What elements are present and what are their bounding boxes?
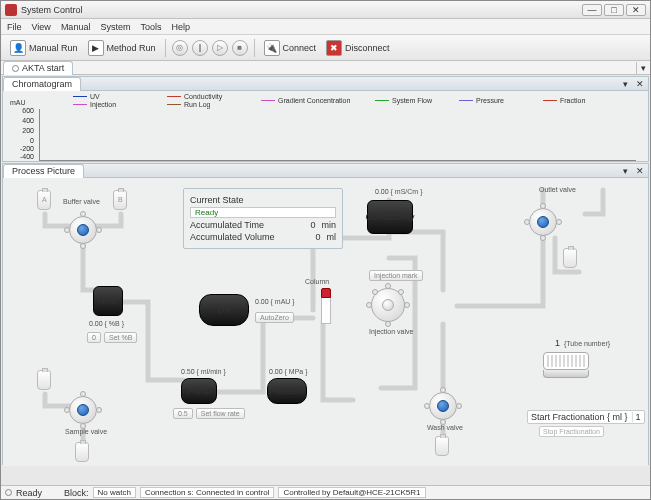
legend-systemflow: System Flow <box>392 97 432 104</box>
pressure-reading: 0.00 { MPa } <box>269 368 308 375</box>
status-ready: Ready <box>16 488 42 498</box>
menu-help[interactable]: Help <box>171 22 190 32</box>
wash-waste-bottle <box>435 436 449 456</box>
status-controlled: Controlled by Default@HCE-21CK5R1 <box>278 487 425 498</box>
y-tick: 0 <box>12 137 34 144</box>
menu-tools[interactable]: Tools <box>140 22 161 32</box>
pressure: Pressure <box>267 378 307 404</box>
titlebar: System Control — □ ✕ <box>1 1 650 19</box>
chromatogram-tab[interactable]: Chromatogram <box>3 77 81 91</box>
chromatogram-close-button[interactable]: ✕ <box>632 79 648 89</box>
connect-icon: 🔌 <box>264 40 280 56</box>
autozero-button[interactable]: AutoZero <box>255 312 294 323</box>
disconnect-button[interactable]: ✖ Disconnect <box>321 37 395 59</box>
chromatogram-legend: UV Injection Conductivity Run Log Gradie… <box>3 91 648 109</box>
chromatogram-pin-button[interactable]: ▾ <box>619 79 632 89</box>
maximize-button[interactable]: □ <box>604 4 624 16</box>
buffer-valve-label: Buffer valve <box>63 198 100 205</box>
status-dot-icon <box>12 65 19 72</box>
sample-bottle <box>37 370 51 390</box>
outlet-valve[interactable] <box>529 208 557 236</box>
mixer-reading: 0.00 { %B } <box>89 320 124 327</box>
y-tick: 200 <box>12 127 34 134</box>
column <box>321 288 331 324</box>
manual-run-button[interactable]: 👤 Manual Run <box>5 37 83 59</box>
hold-button[interactable]: ◎ <box>172 40 188 56</box>
pressure-icon: Pressure <box>267 378 307 404</box>
injection-mark-button[interactable]: Injection mark <box>369 270 423 281</box>
menu-view[interactable]: View <box>32 22 51 32</box>
menu-bar: File View Manual System Tools Help <box>1 19 650 35</box>
process-tab[interactable]: Process Picture <box>3 164 84 178</box>
menu-system[interactable]: System <box>100 22 130 32</box>
y-tick: 400 <box>12 117 34 124</box>
akta-tab-bar: AKTA start ▾ <box>1 61 650 75</box>
mixer-icon: Mixer <box>93 286 123 316</box>
set-flow-rate-button[interactable]: Set flow rate <box>196 408 245 419</box>
method-run-button[interactable]: ▶ Method Run <box>83 37 161 59</box>
stop-button[interactable]: ■ <box>232 40 248 56</box>
wash-valve[interactable] <box>429 392 457 420</box>
current-state-box: Current State Ready Accumulated Time0min… <box>183 188 343 249</box>
legend-gradient: Gradient Concentration <box>278 97 350 104</box>
method-run-label: Method Run <box>107 43 156 53</box>
akta-start-tab[interactable]: AKTA start <box>3 61 73 75</box>
chromatogram-header: Chromatogram ▾ ✕ <box>3 77 648 91</box>
wash-valve-label: Wash valve <box>427 424 463 431</box>
tube-number: 1 {Tube number} <box>555 338 610 348</box>
continue-button[interactable]: ▷ <box>212 40 228 56</box>
injection-valve[interactable] <box>371 288 405 322</box>
chromatogram-plot[interactable]: mAU min 600 400 200 0 -200 -400 0 0.05 0… <box>39 109 636 161</box>
pump-controls: 0.5 Set flow rate <box>173 408 245 419</box>
status-connection: Connection s: Connected in control <box>140 487 275 498</box>
pause-button[interactable]: ‖ <box>192 40 208 56</box>
pump-reading: 0.50 { ml/min } <box>181 368 226 375</box>
chromatogram-title: Chromatogram <box>12 79 72 89</box>
state-value: Ready <box>190 207 336 218</box>
disconnect-icon: ✖ <box>326 40 342 56</box>
akta-tab-label: AKTA start <box>22 63 64 73</box>
buffer-bottle-a: A <box>37 190 51 210</box>
legend-fraction: Fraction <box>560 97 585 104</box>
buffer-bottle-b: B <box>113 190 127 210</box>
outlet-valve-label: Outlet valve <box>539 186 576 193</box>
manual-run-icon: 👤 <box>10 40 26 56</box>
column-label: Column <box>305 278 329 285</box>
mixer-input[interactable]: 0 <box>87 332 101 343</box>
process-panel: Process Picture ▾ ✕ A <box>2 163 649 465</box>
sample-valve[interactable] <box>69 396 97 424</box>
acc-time-unit: min <box>321 220 336 230</box>
injection-mark-button-wrap: Injection mark <box>369 270 423 281</box>
set-pct-b-button[interactable]: Set %B <box>104 332 137 343</box>
acc-vol-unit: ml <box>327 232 337 242</box>
outlet-bottle <box>563 248 577 268</box>
y-axis-unit: mAU <box>10 99 26 106</box>
y-tick: -200 <box>12 145 34 152</box>
process-close-button[interactable]: ✕ <box>632 166 648 176</box>
legend-conductivity: Conductivity <box>184 93 222 100</box>
close-button[interactable]: ✕ <box>626 4 646 16</box>
legend-uv: UV <box>90 93 100 100</box>
flow-rate-input[interactable]: 0.5 <box>173 408 193 419</box>
menu-file[interactable]: File <box>7 22 22 32</box>
process-body: A B Buffer valve Mixer 0.00 { %B } 0 Set… <box>3 178 648 466</box>
tab-dropdown-button[interactable]: ▾ <box>636 62 650 74</box>
process-pin-button[interactable]: ▾ <box>619 166 632 176</box>
connect-button[interactable]: 🔌 Connect <box>259 37 322 59</box>
app-icon <box>5 4 17 16</box>
uv-icon: UV <box>199 294 249 326</box>
tube-number-label: {Tube number} <box>564 340 610 347</box>
stop-fractionation-button[interactable]: Stop Fractionation <box>539 426 604 437</box>
mixer: Mixer <box>93 286 123 316</box>
minimize-button[interactable]: — <box>582 4 602 16</box>
injection-valve-label: Injection valve <box>369 328 413 335</box>
uv-reading: 0.00 { mAU } <box>255 298 295 305</box>
toolbar: 👤 Manual Run ▶ Method Run ◎ ‖ ▷ ■ 🔌 Conn… <box>1 35 650 61</box>
acc-vol-label: Accumulated Volume <box>190 232 309 242</box>
uv-detector: UV <box>199 294 249 326</box>
acc-vol-value: 0 <box>315 232 320 242</box>
start-fractionation-button[interactable]: Start Fractionation { ml } 1 <box>527 410 645 424</box>
buffer-valve[interactable] <box>69 216 97 244</box>
menu-manual[interactable]: Manual <box>61 22 91 32</box>
uv-controls: AutoZero <box>255 312 294 323</box>
